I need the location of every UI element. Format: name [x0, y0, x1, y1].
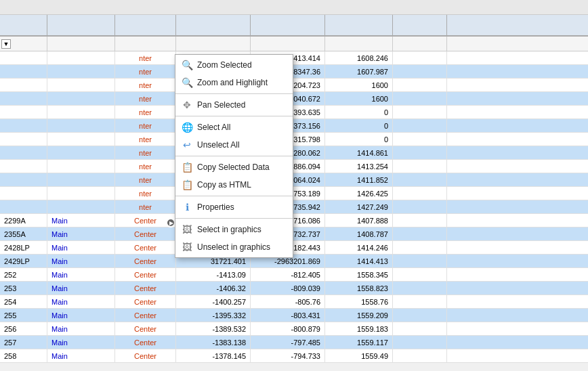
filter-peggroup[interactable] — [47, 37, 115, 51]
context-menu-item-zoom-highlight[interactable]: 🔍Zoom and Highlight — [175, 74, 293, 91]
cell-pegid: 2299A — [0, 214, 47, 227]
filter-icon-pegid[interactable]: ▼ — [1, 39, 11, 49]
table-row[interactable]: 253MainCenter-1406.32-809.0391558.823 — [0, 282, 588, 295]
cell-peggroup — [47, 51, 115, 64]
table-row[interactable]: 254MainCenter-1400.257-805.761558.76 — [0, 295, 588, 309]
cell-peggroup — [47, 106, 115, 118]
context-menu-item-pan-selected[interactable]: ✥Pan Selected — [175, 96, 293, 114]
ctx-item-label: Copy as HTML — [197, 180, 251, 190]
cell-grade — [393, 173, 447, 186]
table-row[interactable]: nter31241.026-2955204.7231600 — [0, 79, 588, 92]
filter-x[interactable] — [176, 37, 251, 51]
context-menu-item-copy-html[interactable]: 📋Copy as HTML — [175, 176, 293, 194]
cell-pegtype: Center — [115, 282, 176, 294]
cell-pegtype: nter — [115, 133, 176, 146]
col-header-pegtype[interactable] — [115, 15, 176, 35]
filter-y[interactable] — [251, 37, 325, 51]
context-menu-item-zoom-selected[interactable]: 🔍Zoom Selected — [175, 56, 293, 74]
filter-grade[interactable] — [393, 37, 447, 51]
cell-peggroup — [47, 173, 115, 186]
cell-x: -1395.332 — [176, 309, 251, 322]
cell-pegtype: Center — [115, 255, 176, 267]
ctx-item-label: Copy Selected Data — [197, 162, 270, 172]
table-row[interactable]: nter25783.044-2955735.9421427.249 — [0, 200, 588, 214]
table-row[interactable]: nter31166.421-2955040.6721600 — [0, 92, 588, 106]
table-row[interactable]: nter30976.724-2964064.0241411.852 — [0, 173, 588, 187]
cell-pegtype: nter — [115, 187, 176, 200]
cell-x: -1378.145 — [176, 349, 251, 362]
context-menu-item-unselect-graphics[interactable]: 🖼Unselect in graphics — [175, 238, 293, 256]
cell-peggroup: Main — [47, 255, 115, 267]
cell-grade — [393, 336, 447, 349]
cell-pegid: 257 — [0, 336, 47, 349]
table-row[interactable]: nter25791.085-2955753.1891426.425 — [0, 187, 588, 200]
table-row[interactable]: 252MainCenter-1413.09-812.4051558.345 — [0, 268, 588, 282]
table-row[interactable]: nter31749.573-2963280.0621414.861 — [0, 146, 588, 160]
cell-pegid — [0, 146, 47, 159]
col-header-grade[interactable] — [393, 15, 447, 35]
cell-pegid: 253 — [0, 282, 47, 294]
table-row[interactable]: nter31181.204-2952373.1560 — [0, 119, 588, 133]
table-row[interactable]: 258MainCenter-1378.145-794.7331559.49 — [0, 349, 588, 363]
cell-pegtype: nter — [115, 92, 176, 105]
cell-pegtype: nter — [115, 119, 176, 132]
cell-pegid — [0, 133, 47, 146]
col-header-x[interactable] — [176, 15, 251, 35]
cell-pegid — [0, 51, 47, 64]
ctx-item-label: Unselect All — [197, 140, 240, 150]
cell-grade — [393, 282, 447, 294]
col-header-y[interactable] — [251, 15, 325, 35]
cell-pegtype: Center — [115, 322, 176, 335]
cell-peggroup: Main — [47, 227, 115, 240]
zoom-highlight-icon: 🔍 — [181, 77, 193, 89]
col-header-z[interactable] — [325, 15, 393, 35]
table-row[interactable]: 257MainCenter-1383.138-797.4851559.117 — [0, 336, 588, 349]
table-row[interactable]: nter30386.975-2958347.361607.987 — [0, 65, 588, 79]
col-header-pegid[interactable] — [0, 15, 47, 35]
context-menu-item-unselect-all[interactable]: ↩Unselect All — [175, 136, 293, 154]
cell-x: -1413.09 — [176, 268, 251, 281]
filter-pegtype[interactable] — [115, 37, 176, 51]
cell-peggroup: Main — [47, 282, 115, 294]
ctx-item-label: Zoom and Highlight — [197, 78, 268, 87]
col-header-peggroup[interactable] — [47, 15, 115, 35]
context-menu-separator — [175, 196, 293, 196]
cell-grade — [393, 322, 447, 335]
context-menu-separator — [175, 93, 293, 94]
table-row[interactable]: nter30967.468-2963886.0941413.254 — [0, 160, 588, 173]
cell-peggroup — [47, 119, 115, 132]
cell-z: 1407.888 — [325, 214, 393, 227]
cell-x: -1389.532 — [176, 322, 251, 335]
cell-z: 1558.823 — [325, 282, 393, 294]
cell-grade — [393, 349, 447, 362]
table-row[interactable]: 256MainCenter-1389.532-800.8791559.183 — [0, 322, 588, 336]
table-row[interactable]: nter31099.289-2952315.7980 — [0, 133, 588, 146]
cell-z: 0 — [325, 106, 393, 118]
grid-body[interactable]: nter30386.981-2958413.4141608.246nter303… — [0, 51, 588, 371]
cell-pegid — [0, 92, 47, 105]
table-row[interactable]: 255MainCenter-1395.332-803.4311559.209 — [0, 309, 588, 322]
table-row[interactable]: nter31166.865-2952393.6350 — [0, 106, 588, 119]
context-menu-item-properties[interactable]: ℹProperties — [175, 198, 293, 216]
context-menu-item-select-graphics[interactable]: 🖼Select in graphics — [175, 221, 293, 238]
context-menu-item-select-all[interactable]: 🌐Select All — [175, 118, 293, 136]
cell-z: 1427.249 — [325, 200, 393, 213]
cell-pegtype: nter — [115, 51, 176, 64]
filter-z[interactable] — [325, 37, 393, 51]
filter-pegid[interactable]: ▼ — [0, 37, 47, 51]
table-row[interactable]: 2355AMainCenter28071.992-2953732.7371408… — [0, 227, 588, 241]
cell-pegtype: nter — [115, 160, 176, 173]
cell-z: 0 — [325, 119, 393, 132]
table-row[interactable]: nter30386.981-2958413.4141608.246 — [0, 51, 588, 65]
cell-pegtype: Center — [115, 227, 176, 240]
cell-pegid — [0, 119, 47, 132]
cell-grade — [393, 133, 447, 146]
cell-pegid — [0, 187, 47, 200]
table-row[interactable]: 2429LPMainCenter31721.401-2963201.869141… — [0, 255, 588, 268]
context-menu-item-copy-selected[interactable]: 📋Copy Selected Data — [175, 158, 293, 176]
table-row[interactable]: 2299AMainCenter28120.679-2953716.0861407… — [0, 214, 588, 227]
cell-y: -803.431 — [251, 309, 325, 322]
cell-pegtype: Center — [115, 349, 176, 362]
table-row[interactable]: 2428LPMainCenter31731.732-2963182.443141… — [0, 241, 588, 255]
grid-container: ▼ nter30386.981-2958413.4141608.246nter3… — [0, 15, 588, 371]
